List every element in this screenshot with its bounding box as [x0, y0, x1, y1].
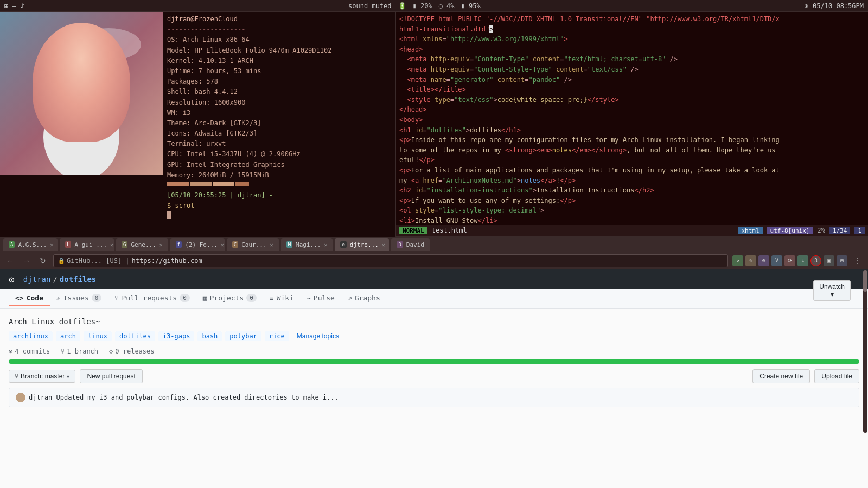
issues-icon: ⚠ [56, 294, 61, 302]
tag-rice[interactable]: rice [265, 331, 289, 341]
forward-button[interactable]: → [21, 255, 33, 267]
tab-code[interactable]: <> Code [9, 291, 50, 306]
tab-projects[interactable]: ▦ Projects 0 [196, 291, 263, 306]
github-logo: ⊙ [9, 274, 15, 285]
manage-topics-button[interactable]: Manage topics [292, 331, 343, 341]
github-reponame[interactable]: dotfiles [60, 275, 96, 284]
vim-pane[interactable]: <!DOCTYPE html PUBLIC "-//W3C//DTD XHTML… [396, 12, 868, 236]
menu-button[interactable]: ⋮ [852, 255, 864, 267]
terminal-shell: Shell: bash 4.4.12 [167, 87, 391, 97]
ext-icon-7[interactable]: 3 [810, 255, 821, 266]
bottom-section: A A.G.S... ✕ L A gui ... ✕ G Gene... ✕ f… [0, 237, 868, 488]
browser-tab-4[interactable]: C Cour... ✕ [227, 238, 279, 251]
terminal-dollar: $ scrot [167, 202, 195, 209]
cpu-label: ○ 4% [439, 2, 455, 10]
github-username[interactable]: djtran [23, 275, 51, 284]
tag-polybar[interactable]: polybar [225, 331, 261, 341]
language-bar [9, 359, 859, 364]
scrollbar-thumb[interactable] [863, 270, 867, 292]
repo-description: Arch Linux dotfiles~ [9, 317, 859, 326]
create-new-file-button[interactable]: Create new file [752, 369, 810, 383]
tab-close-5[interactable]: ✕ [324, 242, 327, 248]
browser-toolbar: ← → ↻ 🔒 GitHub... [US] | https://github.… [0, 252, 868, 269]
ext-icon-9[interactable]: ⊠ [837, 255, 847, 266]
new-pull-request-button[interactable]: New pull request [80, 369, 142, 383]
tab-close-0[interactable]: ✕ [50, 242, 53, 248]
tag-bash[interactable]: bash [197, 331, 222, 341]
projects-label: Projects [210, 294, 244, 302]
memory-bar [167, 182, 391, 186]
tab-close-3[interactable]: ✕ [221, 242, 224, 248]
terminal-image [0, 12, 163, 175]
tab-close-2[interactable]: ✕ [159, 242, 163, 248]
tab-graphs[interactable]: ↗ Graphs [341, 291, 387, 306]
graphs-icon: ↗ [348, 294, 352, 302]
commits-stat[interactable]: ⊙ 4 commits [9, 348, 50, 355]
topbar-right: ⊙ 05/10 08:56PM [805, 2, 864, 10]
terminal-resolution: Resolution: 868x488 [167, 98, 391, 108]
projects-icon: ▦ [203, 294, 207, 302]
address-bar[interactable]: 🔒 GitHub... [US] | https://github.com [53, 254, 728, 267]
tab-close-4[interactable]: ✕ [270, 242, 273, 248]
ext-icon-4[interactable]: V [771, 255, 782, 266]
terminal-uptime: Uptime: 7 hours, 53 mins [167, 66, 391, 76]
svg-point-14 [93, 86, 96, 89]
browser-tab-7[interactable]: D David [391, 238, 430, 251]
upload-file-button[interactable]: Upload file [814, 369, 859, 383]
tag-linux[interactable]: linux [84, 331, 112, 341]
svg-point-3 [43, 93, 119, 175]
terminal-pane[interactable]: djtran@FrozenCloud -------------------- … [0, 12, 396, 237]
terminal-icons: Icons: Adwaita [GTK2/3] [167, 129, 391, 139]
ext-icon-5[interactable]: ⟳ [784, 255, 795, 266]
tag-archlinux[interactable]: archlinux [9, 331, 53, 341]
tab-label-1: A gui ... [74, 241, 107, 248]
action-buttons: Create new file Upload file [752, 369, 859, 383]
ext-icon-2[interactable]: ✎ [745, 255, 756, 266]
wm-icon: ⊞ — [4, 2, 16, 10]
tab-issues[interactable]: ⚠ Issues 0 [50, 291, 108, 306]
browser-tab-1[interactable]: L A gui ... ✕ [60, 238, 114, 251]
pulse-icon: ~ [307, 294, 311, 302]
tab-favicon-4: C [232, 241, 238, 248]
ext-icon-6[interactable]: ↓ [797, 255, 808, 266]
ext-icon-1[interactable]: ↗ [732, 255, 743, 266]
tab-close-6[interactable]: ✕ [382, 242, 385, 248]
tab-wiki[interactable]: ≡ Wiki [263, 291, 300, 306]
music-icon: ♪ [21, 2, 24, 10]
graphs-label: Graphs [355, 294, 380, 302]
browser-tab-3[interactable]: f (2) Fo... ✕ [170, 238, 225, 251]
branch-stat[interactable]: ⑂ 1 branch [61, 348, 98, 355]
tag-dotfiles[interactable]: dotfiles [115, 331, 155, 341]
refresh-button[interactable]: ↻ [37, 255, 49, 267]
browser-tab-6[interactable]: ⊙ djtro... ✕ [335, 238, 389, 251]
browser-tab-2[interactable]: G Gene... ✕ [116, 238, 168, 251]
svg-point-12 [88, 84, 97, 95]
releases-stat[interactable]: ◇ 0 releases [109, 348, 154, 355]
tab-pulse[interactable]: ~ Pulse [300, 291, 341, 306]
code-label: Code [27, 294, 43, 302]
browser-tab-5[interactable]: M Magi... ✕ [281, 238, 333, 251]
commit-text: djtran Updated my i3 and polybar configs… [29, 394, 339, 401]
repo-tags: archlinux arch linux dotfiles i3-gaps ba… [9, 331, 859, 341]
tab-label-6: djtro... [350, 241, 379, 248]
ext-icon-3[interactable]: ⚙ [758, 255, 769, 266]
secure-icon: 🔒 [58, 258, 65, 264]
unwatch-button[interactable]: Unwatch ▾ [813, 280, 851, 301]
terminal-packages: Packages: 578 [167, 76, 391, 87]
tag-i3-gaps[interactable]: i3-gaps [158, 331, 195, 341]
github-content: ⊙ djtran / dotfiles Unwatch ▾ <> Code ⚠ [0, 269, 868, 488]
back-button[interactable]: ← [4, 255, 16, 267]
tab-favicon-1: L [65, 241, 71, 248]
tag-arch[interactable]: arch [56, 331, 80, 341]
svg-point-15 [79, 97, 84, 100]
ext-icon-8[interactable]: ▣ [824, 255, 834, 266]
branch-selector[interactable]: ⑂ Branch: master ▾ [9, 370, 75, 383]
svg-point-16 [52, 99, 73, 115]
scrollbar[interactable] [863, 270, 867, 433]
address-url: https://github.com [132, 257, 202, 265]
tab-close-1[interactable]: ✕ [110, 242, 113, 248]
browser-tab-0[interactable]: A A.G.S... ✕ [3, 238, 58, 251]
repo-body: Arch Linux dotfiles~ archlinux arch linu… [0, 309, 868, 488]
tab-pull-requests[interactable]: ⑂ Pull requests 0 [108, 291, 196, 306]
wiki-icon: ≡ [270, 294, 274, 302]
